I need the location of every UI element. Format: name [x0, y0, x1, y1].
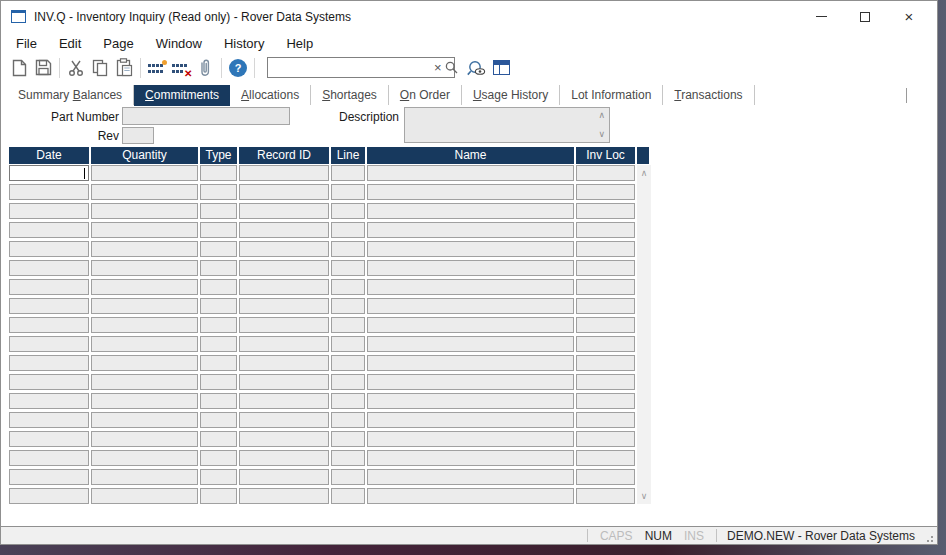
cell-quantity[interactable] — [91, 260, 198, 276]
cell-line[interactable] — [331, 279, 365, 295]
cell-quantity[interactable] — [91, 203, 198, 219]
cell-inv-loc[interactable] — [576, 450, 635, 466]
lookup-button[interactable] — [465, 56, 489, 80]
cell-type[interactable] — [200, 450, 237, 466]
cell-inv-loc[interactable] — [576, 393, 635, 409]
cell-record-id[interactable] — [239, 355, 329, 371]
cell-line[interactable] — [331, 317, 365, 333]
cell-name[interactable] — [367, 393, 574, 409]
cell-record-id[interactable] — [239, 336, 329, 352]
cell-type[interactable] — [200, 279, 237, 295]
cell-type[interactable] — [200, 165, 237, 181]
cell-type[interactable] — [200, 317, 237, 333]
cell-quantity[interactable] — [91, 336, 198, 352]
cell-quantity[interactable] — [91, 355, 198, 371]
tab-transactions[interactable]: Transactions — [663, 85, 754, 105]
cell-inv-loc[interactable] — [576, 203, 635, 219]
cell-inv-loc[interactable] — [576, 488, 635, 504]
cell-record-id[interactable] — [239, 165, 329, 181]
cell-date[interactable] — [9, 412, 89, 428]
cell-inv-loc[interactable] — [576, 298, 635, 314]
cell-quantity[interactable] — [91, 317, 198, 333]
cell-type[interactable] — [200, 203, 237, 219]
menu-history[interactable]: History — [213, 34, 275, 53]
cell-name[interactable] — [367, 298, 574, 314]
tab-allocations[interactable]: Allocations — [230, 85, 311, 105]
cell-record-id[interactable] — [239, 260, 329, 276]
cell-date[interactable] — [9, 241, 89, 257]
menu-edit[interactable]: Edit — [48, 34, 92, 53]
help-button[interactable]: ? — [226, 56, 250, 80]
column-header-quantity[interactable]: Quantity — [91, 147, 198, 164]
cell-name[interactable] — [367, 260, 574, 276]
cell-record-id[interactable] — [239, 393, 329, 409]
cell-date[interactable] — [9, 279, 89, 295]
cell-date[interactable] — [9, 165, 89, 181]
description-field[interactable]: ∧ ∨ — [404, 107, 610, 143]
scroll-up-icon[interactable]: ∧ — [637, 168, 651, 178]
cell-date[interactable] — [9, 355, 89, 371]
column-header-type[interactable]: Type — [200, 147, 237, 164]
attachment-button[interactable] — [193, 56, 217, 80]
cell-record-id[interactable] — [239, 241, 329, 257]
cell-date[interactable] — [9, 488, 89, 504]
column-header-record-id[interactable]: Record ID — [239, 147, 329, 164]
cell-line[interactable] — [331, 203, 365, 219]
rev-field[interactable] — [122, 127, 154, 144]
cell-name[interactable] — [367, 488, 574, 504]
scroll-down-icon[interactable]: ∨ — [637, 491, 651, 501]
tab-usage-history[interactable]: Usage History — [462, 85, 560, 105]
cell-inv-loc[interactable] — [576, 260, 635, 276]
cell-name[interactable] — [367, 450, 574, 466]
column-header-name[interactable]: Name — [367, 147, 574, 164]
menu-help[interactable]: Help — [275, 34, 324, 53]
cell-type[interactable] — [200, 298, 237, 314]
cell-quantity[interactable] — [91, 241, 198, 257]
cell-quantity[interactable] — [91, 431, 198, 447]
cell-line[interactable] — [331, 393, 365, 409]
cell-date[interactable] — [9, 298, 89, 314]
cell-record-id[interactable] — [239, 374, 329, 390]
column-header-inv-loc[interactable]: Inv Loc — [576, 147, 635, 164]
cell-inv-loc[interactable] — [576, 412, 635, 428]
cell-date[interactable] — [9, 222, 89, 238]
cell-inv-loc[interactable] — [576, 165, 635, 181]
cell-record-id[interactable] — [239, 488, 329, 504]
scroll-up-icon[interactable]: ∧ — [598, 111, 605, 120]
save-button[interactable] — [31, 56, 55, 80]
search-input[interactable] — [268, 59, 431, 76]
cell-line[interactable] — [331, 412, 365, 428]
menu-file[interactable]: File — [5, 34, 48, 53]
cell-record-id[interactable] — [239, 412, 329, 428]
cell-inv-loc[interactable] — [576, 279, 635, 295]
cell-type[interactable] — [200, 222, 237, 238]
cell-line[interactable] — [331, 165, 365, 181]
cell-record-id[interactable] — [239, 431, 329, 447]
cell-type[interactable] — [200, 184, 237, 200]
layout-button[interactable] — [489, 56, 513, 80]
cell-record-id[interactable] — [239, 317, 329, 333]
tab-shortages[interactable]: Shortages — [311, 85, 389, 105]
cell-inv-loc[interactable] — [576, 336, 635, 352]
tab-lot-information[interactable]: Lot Information — [560, 85, 663, 105]
cell-name[interactable] — [367, 222, 574, 238]
cell-date[interactable] — [9, 450, 89, 466]
cell-type[interactable] — [200, 355, 237, 371]
part-number-field[interactable] — [122, 107, 290, 125]
cell-name[interactable] — [367, 203, 574, 219]
cell-line[interactable] — [331, 222, 365, 238]
cell-quantity[interactable] — [91, 393, 198, 409]
cell-quantity[interactable] — [91, 488, 198, 504]
clear-search-icon[interactable]: × — [431, 60, 445, 75]
cell-record-id[interactable] — [239, 450, 329, 466]
column-header-date[interactable]: Date — [9, 147, 89, 164]
cell-type[interactable] — [200, 260, 237, 276]
cell-line[interactable] — [331, 450, 365, 466]
cell-name[interactable] — [367, 241, 574, 257]
tab-summary-balances[interactable]: Summary Balances — [7, 85, 134, 105]
cell-line[interactable] — [331, 260, 365, 276]
cell-date[interactable] — [9, 203, 89, 219]
cell-quantity[interactable] — [91, 469, 198, 485]
cell-inv-loc[interactable] — [576, 469, 635, 485]
cell-line[interactable] — [331, 184, 365, 200]
